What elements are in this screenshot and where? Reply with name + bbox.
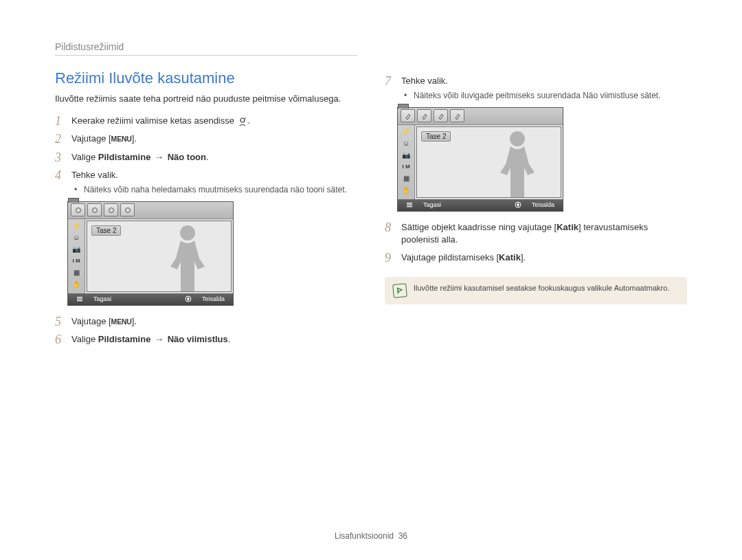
svg-point-0: [240, 118, 245, 122]
step-1: 1 Keerake režiimi valimise ketas asendis…: [55, 115, 357, 127]
face-detect-icon: ☺: [400, 138, 412, 149]
iso-icon: I M: [400, 161, 412, 172]
manual-page: Pildistusrežiimid Režiimi Iluvõte kasuta…: [0, 0, 742, 379]
page-footer: Lisafunktsioonid 36: [0, 531, 742, 541]
move-label: Teisalda: [528, 201, 559, 208]
camera-lcd-preview: ⚡ ☺ 📷 I M ▦ ✋ Tase 2 Tagasi: [67, 201, 234, 306]
face-level-icon: [120, 203, 135, 216]
flash-icon: ⚡: [70, 221, 82, 232]
steps-left: 1 Keerake režiimi valimise ketas asendis…: [55, 115, 357, 196]
step-text: Tehke valik.: [71, 170, 118, 180]
grid-icon: ▦: [400, 173, 412, 184]
step-2: 2 Vajutage [MENU].: [55, 133, 357, 145]
svg-point-5: [180, 225, 195, 240]
step-text: Tehke valik.: [401, 76, 448, 86]
shutter-label: Katik: [499, 252, 521, 262]
intro-text: Iluvõtte režiimis saate teha portreid nä…: [55, 93, 357, 105]
step-number: 6: [55, 333, 65, 346]
level-indicator: Tase 2: [91, 225, 121, 236]
camera-icon: 📷: [400, 150, 412, 161]
camera-icon: 📷: [70, 244, 82, 255]
face-level-icon: [71, 203, 85, 216]
svg-rect-8: [77, 300, 82, 301]
step-number: 4: [55, 169, 65, 181]
menu-button-label: MENU: [111, 135, 132, 143]
lcd-bottom-bar: Tagasi Teisalda: [398, 199, 563, 211]
menu-path-item: Pildistamine: [98, 334, 151, 344]
menu-path-item: Näo toon: [168, 152, 206, 162]
nav-diamond-icon: [181, 295, 196, 302]
section-header: Pildistusrežiimid: [55, 41, 357, 56]
camera-lcd-preview: ⚡ ☺ 📷 I M ▦ ✋ Tase 2 Tagasi: [397, 107, 563, 212]
step-number: 7: [385, 75, 394, 87]
menu-small-icon: [72, 295, 87, 302]
step-substep: Näiteks võib naha heledamaks muutmiseks …: [74, 184, 357, 196]
svg-rect-6: [77, 297, 82, 298]
menu-small-icon: [402, 201, 417, 208]
page-title: Režiimi Iluvõte kasutamine: [55, 69, 357, 87]
lcd-side-icons: ⚡ ☺ 📷 I M ▦ ✋: [398, 125, 415, 199]
lcd-body: ⚡ ☺ 📷 I M ▦ ✋ Tase 2: [68, 219, 233, 293]
face-level-icon: [104, 203, 118, 216]
step-number: 2: [55, 133, 65, 145]
lcd-viewport: Tase 2: [87, 221, 232, 292]
lcd-viewport: Tase 2: [416, 126, 561, 198]
back-label: Tagasi: [419, 201, 445, 208]
step-9: 9 Vajutage pildistamiseks [Katik].: [385, 251, 687, 264]
back-label: Tagasi: [89, 295, 115, 302]
lcd-side-icons: ⚡ ☺ 📷 I M ▦ ✋: [68, 219, 85, 293]
retouch-level-icon: [450, 109, 464, 122]
arrow-icon: →: [153, 152, 165, 162]
face-detect-icon: ☺: [70, 232, 82, 243]
step-7: 7 Tehke valik. Näiteks võib iluvigade pe…: [385, 75, 687, 102]
step-number: 5: [55, 315, 65, 328]
face-level-icon: [87, 203, 102, 216]
flash-icon: ⚡: [400, 126, 412, 137]
level-indicator: Tase 2: [421, 131, 451, 142]
svg-rect-11: [407, 203, 412, 203]
step-3: 3 Valige Pildistamine → Näo toon.: [55, 151, 357, 164]
step-4: 4 Tehke valik. Näiteks võib naha heledam…: [55, 169, 357, 196]
svg-point-2: [92, 208, 97, 212]
svg-point-3: [109, 208, 113, 212]
footer-page-number: 36: [398, 531, 407, 541]
stabilize-icon: ✋: [400, 185, 412, 196]
stabilize-icon: ✋: [70, 279, 82, 290]
spacer: [385, 41, 687, 69]
step-substep: Näiteks võib iluvigade peitmiseks suuren…: [404, 90, 687, 102]
svg-rect-7: [77, 299, 82, 300]
step-5: 5 Vajutage [MENU].: [55, 315, 357, 328]
menu-button-label: MENU: [111, 317, 132, 326]
svg-point-1: [76, 208, 80, 212]
step-text: Keerake režiimi valimise ketas asendisse: [71, 115, 234, 126]
steps-right: 7 Tehke valik. Näiteks võib iluvigade pe…: [385, 75, 687, 102]
person-silhouette: [164, 223, 212, 291]
retouch-level-icon: [434, 109, 448, 122]
lcd-bottom-bar: Tagasi Teisalda: [68, 293, 233, 305]
right-column: 7 Tehke valik. Näiteks võib iluvigade pe…: [385, 41, 687, 351]
arrow-icon: →: [153, 334, 165, 344]
shutter-label: Katik: [556, 222, 578, 232]
step-number: 1: [55, 115, 65, 127]
iso-icon: I M: [70, 256, 82, 267]
lcd-top-strip: [68, 202, 233, 219]
move-label: Teisalda: [198, 295, 229, 302]
lcd-top-strip: [398, 108, 563, 125]
svg-rect-13: [407, 206, 412, 207]
svg-point-10: [510, 131, 525, 146]
grid-icon: ▦: [70, 267, 82, 278]
note-text: Iluvõtte režiimi kasutamisel seatakse fo…: [414, 284, 669, 292]
menu-path-item: Näo viimistlus: [168, 334, 228, 344]
step-8: 8 Sättige objekt kaadrisse ning vajutage…: [385, 221, 687, 246]
retouch-level-icon: [417, 109, 431, 122]
svg-rect-12: [407, 205, 412, 205]
lcd-body: ⚡ ☺ 📷 I M ▦ ✋ Tase 2: [398, 125, 563, 199]
left-column: Pildistusrežiimid Režiimi Iluvõte kasuta…: [55, 41, 357, 351]
steps-right-cont: 8 Sättige objekt kaadrisse ning vajutage…: [385, 221, 687, 265]
beauty-mode-icon: [237, 116, 248, 127]
nav-diamond-icon: [510, 201, 526, 208]
step-number: 8: [385, 221, 394, 234]
menu-path-item: Pildistamine: [98, 152, 151, 162]
step-number: 9: [385, 251, 394, 264]
svg-point-4: [125, 208, 130, 212]
